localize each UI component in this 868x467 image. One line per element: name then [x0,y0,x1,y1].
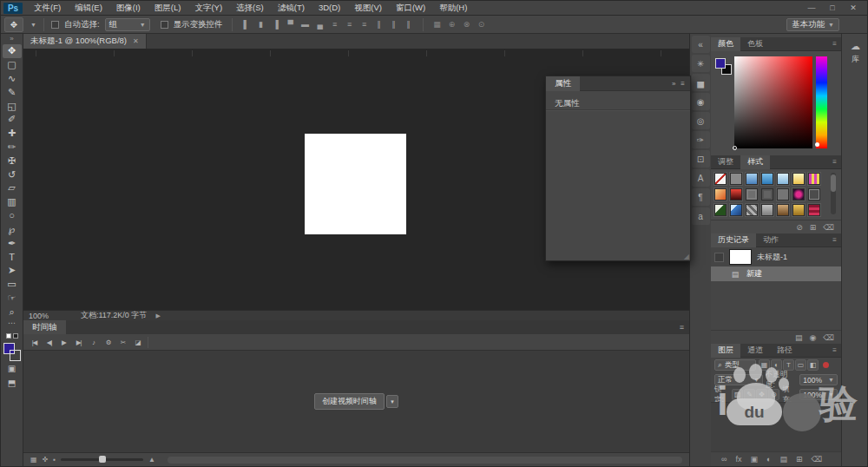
split-clip-button[interactable]: ✂ [115,336,130,349]
menu-item[interactable]: 视图(V) [347,1,389,15]
collapse-panel-icon[interactable]: » [672,80,675,88]
filter-smart-objects-icon[interactable]: ◧ [807,359,819,371]
distribute-v-center-icon[interactable]: ≡ [343,17,357,31]
menu-item[interactable]: 3D(D) [312,1,347,15]
delete-icon[interactable]: ⌫ [823,223,834,232]
lock-all-icon[interactable]: ⊙ [768,389,779,400]
align-h-centers-icon[interactable]: ▮ [254,17,268,31]
style-swatch[interactable] [808,188,820,201]
menu-item[interactable]: 文件(F) [27,1,68,15]
clone-stamp-tool[interactable]: ✠ [3,154,22,168]
tab-layers[interactable]: 图层 [711,344,740,358]
new-snapshot-icon[interactable]: ◉ [809,333,816,342]
render-video-icon[interactable]: ✜ [43,456,49,464]
menu-item[interactable]: 文字(Y) [187,1,229,15]
delete-icon[interactable]: ⌫ [823,333,834,342]
lock-pixels-icon[interactable]: ✎ [744,389,755,400]
lasso-tool[interactable]: ∿ [3,72,22,86]
style-swatch[interactable] [792,188,805,201]
dodge-tool[interactable]: ℘ [3,222,22,236]
current-tool-icon[interactable]: ✥ [4,17,23,32]
path-selection-tool[interactable]: ➤ [3,264,22,278]
3d-drag-icon[interactable]: ⊙ [475,17,489,31]
navigator-icon[interactable]: ◎ [692,112,710,129]
style-swatch[interactable] [746,173,758,185]
tab-paths[interactable]: 路径 [770,344,799,358]
screen-mode-icon[interactable]: ⬒ [8,378,16,393]
resize-grip[interactable]: ◢ [684,253,689,260]
new-group-icon[interactable]: ▤ [779,455,787,464]
distribute-right-icon[interactable]: ∥ [402,17,416,31]
paragraph-icon[interactable]: ¶ [692,188,710,206]
delete-layer-icon[interactable]: ⌫ [811,455,822,464]
quick-selection-tool[interactable]: ✎ [3,85,22,99]
auto-align-icon[interactable]: ▦ [431,17,444,31]
style-swatch[interactable] [808,204,820,216]
status-expand-icon[interactable]: ▶ [155,312,160,319]
panel-menu-icon[interactable]: ≡ [832,346,841,354]
menu-item[interactable]: 图像(I) [109,1,148,15]
first-frame-button[interactable]: |◀ [27,336,42,349]
tab-timeline[interactable]: 时间轴 [23,320,66,334]
timeline-zoom-slider[interactable] [61,458,143,461]
link-layers-icon[interactable]: ∞ [721,455,727,464]
style-swatch[interactable] [730,173,742,185]
close-icon[interactable]: ✕ [133,37,139,45]
3d-rotate-icon[interactable]: ⊕ [445,17,459,31]
panel-menu-icon[interactable]: ≡ [680,323,689,332]
hue-marker[interactable] [815,142,819,147]
layer-list[interactable] [711,402,841,451]
tool-preset-caret-icon[interactable]: ▼ [30,22,36,28]
menu-item[interactable]: 滤镜(T) [271,1,312,15]
style-swatch[interactable] [777,204,789,216]
tab-color[interactable]: 颜色 [711,37,740,51]
next-frame-button[interactable]: ▶| [71,336,86,349]
new-doc-from-state-icon[interactable]: ▤ [795,333,803,342]
auto-select-dropdown[interactable]: 组 ▼ [105,18,150,31]
default-colors-widget[interactable] [6,331,18,341]
color-picker-marker[interactable] [733,146,737,150]
align-v-centers-icon[interactable]: ▬ [299,17,312,31]
style-swatch[interactable] [761,204,773,216]
timeline-settings-button[interactable]: ⚙ [101,336,115,349]
pen-tool[interactable]: ✒ [3,236,22,250]
distribute-left-icon[interactable]: ∥ [372,17,386,31]
align-top-edges-icon[interactable]: ▀ [284,17,298,31]
menu-item[interactable]: 编辑(E) [68,1,109,15]
style-swatch[interactable] [808,173,820,185]
style-swatch[interactable] [730,188,742,201]
distribute-h-center-icon[interactable]: ∥ [387,17,401,31]
clear-style-icon[interactable]: ⊘ [796,223,803,232]
auto-select-checkbox[interactable] [51,21,59,29]
adjustment-layer-icon[interactable]: ◐ [766,455,771,464]
style-swatch[interactable] [792,204,805,216]
tab-actions[interactable]: 动作 [756,234,786,247]
history-item[interactable]: ▤ 新建 [711,266,841,281]
3d-roll-icon[interactable]: ⊗ [460,17,474,31]
style-swatch[interactable] [714,188,727,201]
type-tool[interactable]: T [3,250,22,264]
scrollbar-thumb[interactable] [831,174,836,192]
tab-history[interactable]: 历史记录 [711,234,756,247]
eyedropper-tool[interactable]: ✐ [3,113,22,127]
background-color-swatch[interactable] [10,350,21,361]
tab-adjustments[interactable]: 调整 [711,155,740,169]
play-button[interactable]: ▶ [56,336,71,349]
layer-filter-dropdown[interactable]: ⌕ 类型 [714,359,756,371]
align-left-edges-icon[interactable]: ▌ [240,17,253,31]
history-item[interactable]: 未标题-1 [711,247,841,266]
eraser-tool[interactable]: ▱ [3,181,22,195]
audio-mute-button[interactable]: ♪ [86,336,101,349]
style-swatch[interactable] [746,204,758,216]
timeline-scrollbar[interactable] [168,457,682,464]
opacity-field[interactable]: 100% ▼ [799,374,838,385]
layer-mask-icon[interactable]: ▣ [750,455,758,464]
frames-view-icon[interactable]: ▦ [30,456,37,464]
new-style-icon[interactable]: ⊞ [810,223,817,232]
healing-brush-tool[interactable]: ✚ [3,127,22,141]
style-swatch[interactable] [792,173,805,185]
document-tab[interactable]: 未标题-1 @ 100%(RGB/8) ✕ [23,34,147,49]
history-brush-tool[interactable]: ↺ [3,168,22,181]
lock-transparent-icon[interactable]: ▨ [732,389,743,400]
hue-bar[interactable] [816,56,827,148]
